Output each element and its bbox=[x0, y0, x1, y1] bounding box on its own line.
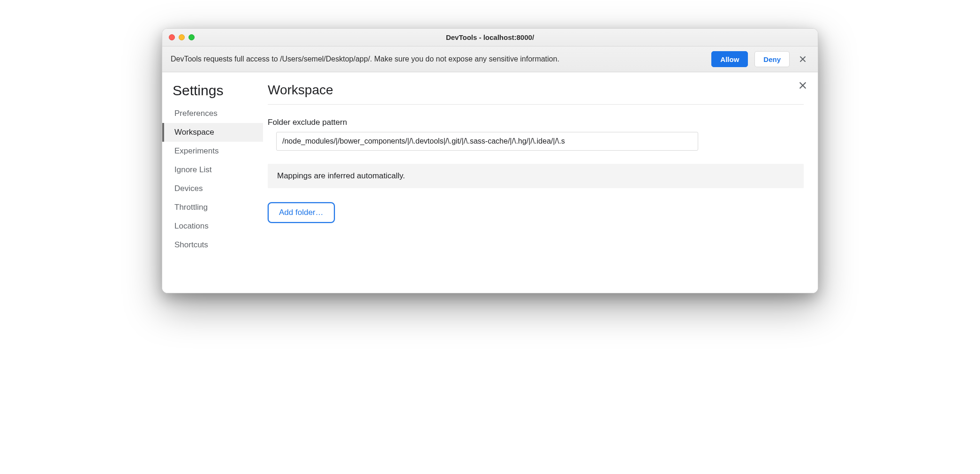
page-title: Workspace bbox=[268, 83, 804, 105]
close-icon bbox=[799, 82, 807, 89]
sidebar-item-label: Experiments bbox=[174, 146, 219, 155]
sidebar-item-label: Devices bbox=[174, 184, 203, 193]
minimize-window-button[interactable] bbox=[179, 34, 185, 40]
allow-button[interactable]: Allow bbox=[711, 51, 748, 67]
deny-button[interactable]: Deny bbox=[754, 51, 790, 67]
close-window-button[interactable] bbox=[169, 34, 175, 40]
sidebar-item-locations[interactable]: Locations bbox=[162, 217, 263, 236]
mappings-note: Mappings are inferred automatically. bbox=[268, 164, 804, 188]
sidebar-item-label: Ignore List bbox=[174, 165, 211, 174]
devtools-window: DevTools - localhost:8000/ DevTools requ… bbox=[162, 28, 818, 293]
dismiss-infobar-button[interactable] bbox=[796, 53, 809, 66]
settings-sidebar: Settings Preferences Workspace Experimen… bbox=[162, 72, 263, 293]
window-title: DevTools - localhost:8000/ bbox=[162, 33, 818, 41]
sidebar-item-label: Workspace bbox=[174, 128, 214, 137]
zoom-window-button[interactable] bbox=[188, 34, 195, 40]
sidebar-item-throttling[interactable]: Throttling bbox=[162, 198, 263, 217]
settings-heading: Settings bbox=[162, 83, 263, 104]
sidebar-item-shortcuts[interactable]: Shortcuts bbox=[162, 236, 263, 254]
close-icon bbox=[799, 56, 806, 62]
sidebar-item-devices[interactable]: Devices bbox=[162, 179, 263, 198]
exclude-pattern-label: Folder exclude pattern bbox=[268, 118, 804, 127]
titlebar: DevTools - localhost:8000/ bbox=[162, 29, 818, 46]
sidebar-item-label: Preferences bbox=[174, 109, 218, 118]
sidebar-item-preferences[interactable]: Preferences bbox=[162, 104, 263, 123]
settings-main: Workspace Folder exclude pattern Mapping… bbox=[263, 72, 818, 293]
sidebar-item-label: Throttling bbox=[174, 203, 208, 212]
add-folder-button[interactable]: Add folder… bbox=[268, 202, 335, 223]
access-request-infobar: DevTools requests full access to /Users/… bbox=[162, 46, 818, 72]
traffic-lights bbox=[169, 34, 195, 40]
close-settings-button[interactable] bbox=[796, 79, 809, 92]
sidebar-item-label: Shortcuts bbox=[174, 240, 208, 249]
infobar-message: DevTools requests full access to /Users/… bbox=[171, 55, 705, 63]
exclude-pattern-input[interactable] bbox=[276, 132, 698, 151]
sidebar-item-ignore-list[interactable]: Ignore List bbox=[162, 161, 263, 179]
sidebar-item-experiments[interactable]: Experiments bbox=[162, 142, 263, 161]
sidebar-item-label: Locations bbox=[174, 222, 209, 230]
settings-panel: Settings Preferences Workspace Experimen… bbox=[162, 72, 818, 293]
sidebar-item-workspace[interactable]: Workspace bbox=[162, 123, 263, 142]
